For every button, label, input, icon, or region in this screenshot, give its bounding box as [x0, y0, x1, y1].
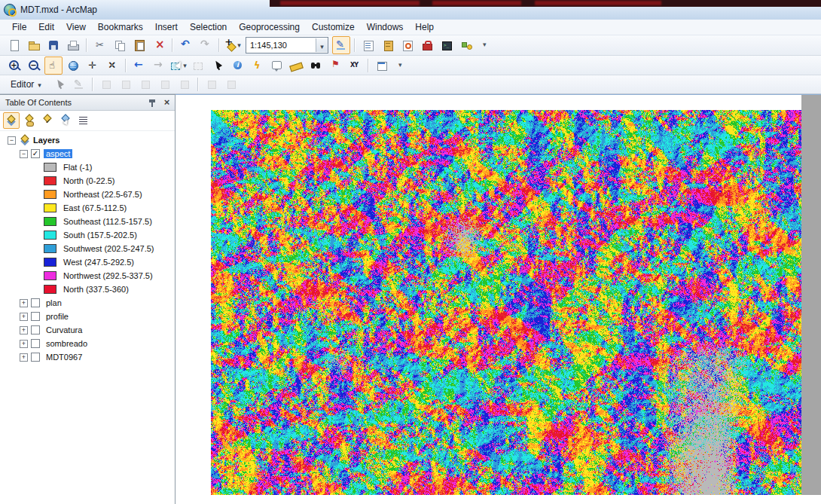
fixed-zoom-in-button[interactable]: [84, 57, 102, 75]
legend-item[interactable]: Southwest (202.5-247.5): [0, 242, 175, 255]
expand-icon[interactable]: +: [20, 299, 28, 307]
python-window-button[interactable]: [438, 36, 456, 54]
legend-item[interactable]: Flat (-1): [0, 160, 175, 174]
list-by-drawing-order-button[interactable]: [3, 112, 20, 129]
chevron-down-icon[interactable]: [316, 38, 328, 52]
layer-row-profile[interactable]: +profile: [0, 310, 175, 323]
table-of-contents-button[interactable]: [359, 36, 377, 54]
legend-item[interactable]: Southeast (112.5-157.5): [0, 215, 175, 228]
menu-edit[interactable]: Edit: [32, 20, 60, 34]
legend-item[interactable]: North (0-22.5): [0, 174, 175, 188]
layer-visibility-checkbox[interactable]: [31, 312, 40, 321]
layer-name[interactable]: plan: [44, 298, 64, 307]
cut-button[interactable]: [91, 36, 109, 54]
expand-icon[interactable]: +: [20, 353, 28, 362]
undo-button[interactable]: [177, 36, 195, 54]
full-extent-button[interactable]: [64, 57, 82, 75]
zoom-out-button[interactable]: [25, 57, 43, 75]
legend-label[interactable]: West (247.5-292.5): [61, 258, 136, 267]
legend-label[interactable]: North (0-22.5): [61, 176, 117, 185]
expand-icon[interactable]: +: [20, 313, 28, 321]
legend-item[interactable]: South (157.5-202.5): [0, 228, 175, 242]
layer-row-aspect[interactable]: −✓aspect: [0, 147, 175, 160]
legend-item[interactable]: North (337.5-360): [0, 283, 175, 296]
edit-pencil-button[interactable]: [332, 36, 350, 54]
catalog-button[interactable]: [379, 36, 397, 54]
menu-selection[interactable]: Selection: [184, 20, 233, 34]
menu-insert[interactable]: Insert: [149, 20, 184, 34]
toc-root-layers[interactable]: −Layers: [0, 133, 175, 147]
paste-button[interactable]: [130, 36, 148, 54]
layer-row-curvatura[interactable]: +Curvatura: [0, 323, 175, 337]
layer-visibility-checkbox[interactable]: [31, 298, 40, 307]
legend-item[interactable]: East (67.5-112.5): [0, 201, 175, 215]
map-view[interactable]: [211, 110, 801, 495]
add-data-button[interactable]: ▾: [224, 36, 242, 54]
save-button[interactable]: [44, 36, 63, 54]
print-button[interactable]: [64, 36, 82, 54]
measure-button[interactable]: [287, 57, 305, 75]
identify-button[interactable]: [228, 57, 246, 75]
collapse-icon[interactable]: −: [20, 150, 28, 158]
expand-icon[interactable]: +: [20, 326, 28, 334]
legend-label[interactable]: East (67.5-112.5): [61, 203, 129, 212]
menu-view[interactable]: View: [60, 20, 92, 34]
legend-label[interactable]: Southwest (202.5-247.5): [61, 244, 156, 253]
legend-label[interactable]: Southeast (112.5-157.5): [61, 217, 154, 226]
fixed-zoom-out-button[interactable]: [103, 57, 121, 75]
layer-name[interactable]: profile: [44, 312, 71, 321]
layer-row-mdt0967[interactable]: +MDT0967: [0, 350, 175, 364]
map-scale-value[interactable]: 1:145,130: [246, 41, 287, 50]
expand-icon[interactable]: +: [20, 340, 28, 348]
back-extent-button[interactable]: [130, 57, 148, 75]
delete-button[interactable]: [150, 36, 168, 54]
menu-bookmarks[interactable]: Bookmarks: [92, 20, 149, 34]
legend-item[interactable]: Northeast (22.5-67.5): [0, 188, 175, 201]
layers-root-label[interactable]: Layers: [31, 136, 62, 145]
go-to-xy-button[interactable]: [346, 57, 364, 75]
legend-label[interactable]: Northeast (22.5-67.5): [61, 190, 145, 199]
menu-help[interactable]: Help: [409, 20, 440, 34]
legend-item[interactable]: West (247.5-292.5): [0, 255, 175, 269]
select-elements-button[interactable]: [209, 57, 227, 75]
menu-file[interactable]: File: [6, 20, 32, 34]
html-popup-button[interactable]: [267, 57, 285, 75]
pan-button[interactable]: [44, 57, 63, 75]
list-by-visibility-button[interactable]: [39, 112, 56, 129]
layer-name[interactable]: sombreado: [44, 339, 90, 348]
menu-customize[interactable]: Customize: [306, 20, 361, 34]
new-document-button[interactable]: [5, 36, 23, 54]
list-by-source-button[interactable]: [21, 112, 38, 129]
layer-visibility-checkbox[interactable]: [31, 353, 40, 362]
toolbar-overflow-button[interactable]: [392, 57, 410, 75]
select-features-button[interactable]: ▾: [169, 57, 188, 75]
create-viewer-window-button[interactable]: [373, 57, 391, 75]
layer-name[interactable]: aspect: [44, 149, 72, 158]
find-button[interactable]: [307, 57, 325, 75]
zoom-in-button[interactable]: [5, 57, 23, 75]
legend-label[interactable]: South (157.5-202.5): [61, 231, 139, 240]
menu-geoprocessing[interactable]: Geoprocessing: [233, 20, 306, 34]
layer-row-sombreado[interactable]: +sombreado: [0, 337, 175, 350]
legend-label[interactable]: North (337.5-360): [61, 285, 131, 294]
layer-name[interactable]: Curvatura: [44, 325, 84, 334]
pin-icon[interactable]: [148, 98, 157, 108]
find-route-button[interactable]: [326, 57, 344, 75]
layer-visibility-checkbox[interactable]: [31, 339, 40, 348]
toolbar-overflow-button[interactable]: [477, 36, 495, 54]
copy-button[interactable]: [111, 36, 129, 54]
legend-label[interactable]: Northwest (292.5-337.5): [61, 271, 155, 280]
layer-visibility-checkbox[interactable]: ✓: [31, 149, 40, 158]
close-icon[interactable]: [162, 98, 172, 108]
hyperlink-button[interactable]: [248, 57, 266, 75]
legend-label[interactable]: Flat (-1): [61, 163, 95, 172]
layer-visibility-checkbox[interactable]: [31, 325, 40, 334]
collapse-icon[interactable]: −: [8, 136, 16, 145]
search-window-button[interactable]: [398, 36, 417, 54]
list-by-selection-button[interactable]: [57, 112, 74, 129]
toc-options-button[interactable]: [75, 112, 92, 129]
editor-menu-button[interactable]: Editor: [5, 77, 47, 92]
model-builder-button[interactable]: [457, 36, 475, 54]
legend-item[interactable]: Northwest (292.5-337.5): [0, 269, 175, 283]
menu-windows[interactable]: Windows: [361, 20, 410, 34]
